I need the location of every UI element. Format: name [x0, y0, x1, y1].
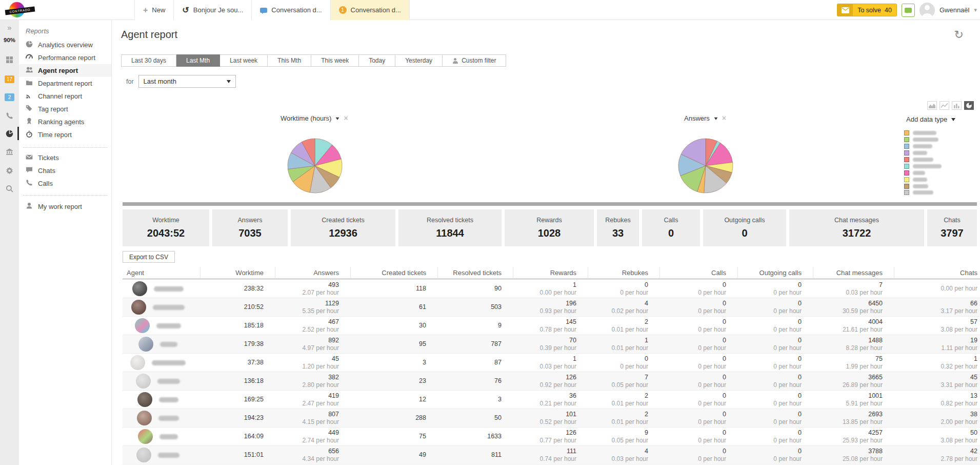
filter-last-week[interactable]: Last week [220, 54, 268, 67]
stat-label: Chat messages [834, 217, 879, 224]
filter-this-mth[interactable]: This Mth [268, 54, 311, 67]
sidebar-item-ranking-agents[interactable]: Ranking agents [19, 115, 111, 128]
sidebar-item-my-work-report[interactable]: My work report [19, 200, 111, 213]
sidebar-item-chats[interactable]: Chats [19, 164, 111, 177]
reports-icon[interactable] [0, 129, 19, 138]
filter-yesterday[interactable]: Yesterday [395, 54, 443, 67]
legend-item[interactable] [904, 130, 942, 137]
table-cell: 382.00 per hour [894, 409, 980, 427]
legend-item[interactable] [904, 189, 942, 196]
ticket-tab-3[interactable]: Conversation d... [252, 0, 330, 20]
zoom-level[interactable]: 90% [0, 35, 19, 45]
to-solve-button[interactable]: To solve 40 [837, 4, 897, 16]
stat-card-rewards: Rewards1028 [505, 209, 594, 246]
column-header-rebukes[interactable]: Rebukes [588, 267, 659, 278]
table-row[interactable]: 151:016564.34 per hour498111110.74 per h… [123, 446, 980, 464]
expand-rail-button[interactable]: » [0, 23, 19, 32]
column-header-agent[interactable]: Agent [123, 267, 200, 278]
column-header-rewards[interactable]: Rewards [513, 267, 588, 278]
period-select[interactable]: Last month [138, 75, 236, 88]
table-row[interactable]: 179:388924.97 per hour95787700.39 per ho… [123, 335, 980, 354]
chevron-down-icon[interactable]: ▾ [974, 7, 977, 13]
user-name[interactable]: Gwennaël [939, 6, 970, 14]
area-chart-button[interactable] [927, 101, 937, 110]
user-avatar[interactable] [919, 3, 935, 18]
filter-today[interactable]: Today [359, 54, 395, 67]
add-data-type-button[interactable]: Add data type [906, 115, 955, 123]
sidebar-item-agent-report[interactable]: Agent report [19, 64, 111, 77]
refresh-icon[interactable]: ↻ [954, 28, 964, 42]
cell-value: 50 [894, 429, 977, 437]
calls-icon[interactable] [0, 111, 19, 120]
column-header-created-tickets[interactable]: Created tickets [350, 267, 437, 278]
table-row[interactable]: 210:5211295.35 per hour615031960.93 per … [123, 298, 980, 317]
ticket-tab-4[interactable]: 1Conversation d... [331, 0, 410, 20]
legend-item[interactable] [904, 176, 942, 183]
column-header-resolved-tickets[interactable]: Resolved tickets [437, 267, 513, 278]
search-icon[interactable] [0, 184, 19, 193]
sidebar-item-calls[interactable]: Calls [19, 177, 111, 190]
column-header-chat-messages[interactable]: Chat messages [813, 267, 894, 278]
sidebar-item-label: My work report [38, 203, 82, 210]
column-header-calls[interactable]: Calls [659, 267, 737, 278]
filter-custom-filter[interactable]: Custom filter [443, 54, 506, 67]
horizontal-scrollbar[interactable] [123, 202, 977, 206]
cell-value: 0 [737, 448, 802, 455]
sidebar-item-tag-report[interactable]: Tag report [19, 103, 111, 115]
chart2-title[interactable]: Answers [684, 114, 710, 122]
chart2-close-icon[interactable]: × [722, 114, 726, 122]
column-header-worktime[interactable]: Worktime [200, 267, 275, 278]
app-logo[interactable]: CONTRADO [5, 2, 35, 18]
legend-label-redacted [913, 178, 927, 182]
column-header-outgoing-calls[interactable]: Outgoing calls [737, 267, 813, 278]
chart1-title[interactable]: Worktime (hours) [281, 114, 331, 122]
legend-item[interactable] [904, 150, 942, 157]
cell-value: 70 [513, 337, 576, 344]
chats-badge[interactable]: 2 [0, 92, 19, 102]
tickets-badge[interactable]: 17 [0, 74, 19, 84]
legend-item[interactable] [904, 137, 942, 143]
sidebar-item-time-report[interactable]: Time report [19, 128, 111, 141]
column-header-chats[interactable]: Chats [894, 267, 980, 278]
cell-value: 45 [275, 355, 339, 363]
ticket-tab-2[interactable]: ↺Bonjour Je sou... [174, 0, 252, 20]
chart1-close-icon[interactable]: × [344, 114, 348, 122]
chart1-dropdown-icon[interactable] [336, 117, 339, 122]
stat-card-chat-messages: Chat messages31722 [789, 209, 924, 246]
legend-item[interactable] [904, 157, 942, 163]
dashboard-grid-icon[interactable] [0, 55, 19, 64]
sidebar-item-tickets[interactable]: Tickets [19, 151, 111, 164]
sidebar-item-channel-report[interactable]: Channel report [19, 90, 111, 103]
ticket-tab-1[interactable]: +New [134, 0, 174, 20]
table-row[interactable]: 185:184672.52 per hour3091450.78 per hou… [123, 317, 980, 335]
table-row[interactable]: 164:094492.74 per hour7516331260.77 per … [123, 428, 980, 446]
chart2-dropdown-icon[interactable] [714, 117, 717, 122]
table-row[interactable]: 136:183822.80 per hour23761260.92 per ho… [123, 372, 980, 391]
line-chart-button[interactable] [939, 101, 949, 110]
sidebar-item-department-report[interactable]: Department report [19, 77, 111, 90]
table-cell: 194:23 [200, 409, 275, 427]
legend-item[interactable] [904, 169, 942, 176]
filter-this-week[interactable]: This week [311, 54, 359, 67]
filter-last-30-days[interactable]: Last 30 days [121, 54, 176, 67]
pie-chart-button[interactable] [964, 101, 974, 110]
table-row[interactable]: 194:238074.15 per hour288501010.52 per h… [123, 409, 980, 428]
table-row[interactable]: 238:324932.07 per hour1189010.00 per hou… [123, 280, 980, 298]
table-row[interactable]: 169:254192.47 per hour123360.21 per hour… [123, 391, 980, 409]
sidebar-item-analytics-overview[interactable]: Analytics overview [19, 38, 111, 51]
legend-item[interactable] [904, 143, 942, 150]
legend-item[interactable] [904, 163, 942, 169]
filter-last-mth[interactable]: Last Mth [176, 54, 220, 67]
export-csv-button[interactable]: Export to CSV [123, 251, 175, 263]
column-header-answers[interactable]: Answers [275, 267, 350, 278]
cell-rate: 0.03 per hour [513, 363, 576, 371]
company-icon[interactable] [0, 147, 19, 156]
table-row[interactable]: 37:38451.20 per hour38710.03 per hour00 … [123, 354, 980, 372]
legend-item[interactable] [904, 183, 942, 189]
bar-chart-button[interactable] [952, 101, 962, 110]
sidebar-item-performance-report[interactable]: Performance report [19, 51, 111, 64]
settings-gear-icon[interactable] [0, 166, 19, 175]
chat-status-button[interactable] [902, 4, 915, 17]
cell-value: 0 [588, 355, 648, 363]
chart-legend [904, 130, 942, 196]
